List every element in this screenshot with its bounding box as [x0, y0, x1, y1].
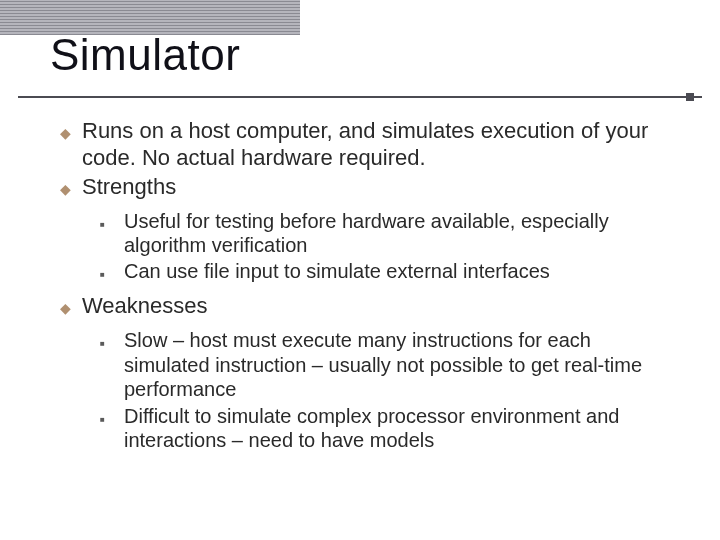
slide-title: Simulator: [50, 30, 240, 80]
sub-bullet-group: ■ Slow – host must execute many instruct…: [60, 328, 680, 452]
square-bullet-icon: ■: [100, 328, 124, 401]
bullet-level2: ■ Useful for testing before hardware ava…: [100, 209, 680, 258]
bullet-level2: ■ Difficult to simulate complex processo…: [100, 404, 680, 453]
underline-notch: [686, 93, 694, 101]
bullet-level1: ◆ Weaknesses: [60, 293, 680, 320]
sub-bullet-text: Useful for testing before hardware avail…: [124, 209, 680, 258]
square-bullet-icon: ■: [100, 404, 124, 453]
slide: Simulator ◆ Runs on a host computer, and…: [0, 0, 720, 540]
bullet-text: Weaknesses: [82, 293, 680, 320]
sub-bullet-group: ■ Useful for testing before hardware ava…: [60, 209, 680, 286]
slide-content: ◆ Runs on a host computer, and simulates…: [60, 118, 680, 460]
diamond-bullet-icon: ◆: [60, 174, 82, 201]
bullet-level2: ■ Slow – host must execute many instruct…: [100, 328, 680, 401]
bullet-level2: ■ Can use file input to simulate externa…: [100, 259, 680, 285]
square-bullet-icon: ■: [100, 209, 124, 258]
bullet-level1: ◆ Runs on a host computer, and simulates…: [60, 118, 680, 172]
diamond-bullet-icon: ◆: [60, 293, 82, 320]
bullet-level1: ◆ Strengths: [60, 174, 680, 201]
bullet-text: Strengths: [82, 174, 680, 201]
sub-bullet-text: Difficult to simulate complex processor …: [124, 404, 680, 453]
sub-bullet-text: Slow – host must execute many instructio…: [124, 328, 680, 401]
bullet-text: Runs on a host computer, and simulates e…: [82, 118, 680, 172]
square-bullet-icon: ■: [100, 259, 124, 285]
diamond-bullet-icon: ◆: [60, 118, 82, 172]
sub-bullet-text: Can use file input to simulate external …: [124, 259, 680, 285]
title-underline: [18, 96, 702, 98]
